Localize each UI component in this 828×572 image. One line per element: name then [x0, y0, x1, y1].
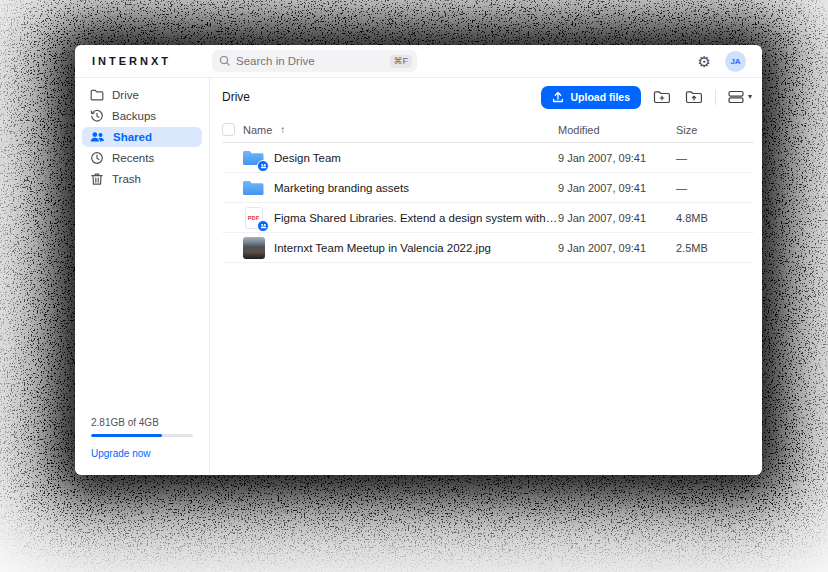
file-modified-date: 9 Jan 2007, 09:41 — [558, 182, 676, 194]
shared-badge-icon — [257, 220, 269, 232]
clock-icon — [90, 151, 104, 165]
sidebar-item[interactable]: Shared — [82, 127, 202, 147]
search-shortcut-badge: ⌘F — [390, 55, 413, 68]
backup-clock-icon — [90, 109, 104, 123]
file-row[interactable]: PDF — [222, 203, 754, 233]
file-modified-date: 9 Jan 2007, 09:41 — [558, 242, 676, 254]
sort-ascending-icon: ↑ — [280, 124, 285, 135]
sidebar: Drive — [75, 78, 210, 475]
name-column-label: Name — [243, 124, 272, 136]
window-body: Drive — [75, 78, 762, 475]
sidebar-item-label: Shared — [113, 131, 152, 143]
sidebar-item-label: Recents — [112, 152, 154, 164]
file-modified-date: 9 Jan 2007, 09:41 — [558, 212, 676, 224]
settings-gear-icon[interactable]: ⚙ — [698, 54, 711, 69]
folder-plus-icon — [653, 89, 671, 105]
file-size: — — [676, 182, 754, 194]
new-folder-button[interactable] — [651, 87, 673, 107]
file-name-cell: PDF — [222, 207, 558, 229]
view-mode-toggle[interactable]: ▾ — [726, 88, 754, 106]
sidebar-item-label: Drive — [112, 89, 139, 101]
file-name-label: Design Team — [274, 152, 341, 164]
main-content: Drive Upload files — [210, 78, 762, 475]
file-row[interactable]: PDF — [222, 233, 754, 263]
page: INTERNXT ⌘F ⚙ JA — [0, 0, 828, 572]
file-name-cell: PDF — [222, 177, 558, 199]
file-icon-wrap: PDF — [242, 207, 265, 229]
upgrade-now-link[interactable]: Upgrade now — [91, 448, 150, 459]
storage-usage-text: 2.81GB of 4GB — [91, 417, 193, 428]
file-modified-date: 9 Jan 2007, 09:41 — [558, 152, 676, 164]
file-size: 2.5MB — [676, 242, 754, 254]
search-input[interactable] — [236, 55, 385, 67]
internxt-logo: INTERNXT — [75, 55, 210, 67]
column-header-name[interactable]: Name ↑ — [222, 123, 558, 136]
select-all-checkbox[interactable] — [222, 123, 235, 136]
sidebar-item[interactable]: Trash — [82, 169, 202, 189]
toolbar-divider — [715, 90, 716, 105]
file-size: 4.8MB — [676, 212, 754, 224]
upload-icon — [552, 91, 564, 103]
file-name-label: Figma Shared Libraries. Extend a design … — [274, 212, 558, 224]
sidebar-item-label: Trash — [112, 173, 141, 185]
shared-people-glyph — [260, 223, 267, 229]
topbar: INTERNXT ⌘F ⚙ JA — [75, 45, 762, 78]
chevron-down-icon: ▾ — [748, 93, 752, 101]
toolbar-actions: Upload files — [541, 86, 754, 109]
file-icon-wrap: PDF — [242, 177, 265, 199]
shared-badge-icon — [257, 160, 269, 172]
sidebar-item-label: Backups — [112, 110, 156, 122]
trash-icon — [90, 172, 104, 186]
search-bar[interactable]: ⌘F — [212, 50, 417, 72]
image-thumbnail — [243, 237, 265, 259]
sidebar-item[interactable]: Drive — [82, 85, 202, 105]
file-name-label: Internxt Team Meetup in Valencia 2022.jp… — [274, 242, 491, 254]
breadcrumb[interactable]: Drive — [222, 90, 250, 104]
storage-progress-bar — [91, 434, 193, 437]
file-row[interactable]: PDF — [222, 143, 754, 173]
folder-upload-icon — [685, 89, 703, 105]
toolbar: Drive Upload files — [222, 78, 754, 114]
file-row[interactable]: PDF — [222, 173, 754, 203]
topbar-actions: ⚙ JA — [698, 51, 762, 72]
storage-widget: 2.81GB of 4GB Upgrade now — [82, 417, 202, 461]
folder-blue-icon — [242, 179, 265, 197]
file-icon-wrap: PDF — [242, 237, 265, 259]
upload-files-label: Upload files — [570, 91, 630, 103]
shared-people-glyph — [260, 163, 267, 169]
table-header: Name ↑ Modified Size — [222, 117, 754, 143]
upload-files-button[interactable]: Upload files — [541, 86, 641, 109]
file-name-cell: PDF — [222, 237, 558, 259]
file-size: — — [676, 152, 754, 164]
app-window: INTERNXT ⌘F ⚙ JA — [75, 45, 762, 475]
people-icon — [90, 131, 105, 143]
file-name-label: Marketing branding assets — [274, 182, 409, 194]
search-icon — [219, 55, 231, 67]
user-avatar[interactable]: JA — [725, 51, 746, 72]
storage-progress-fill — [91, 434, 162, 437]
column-header-modified[interactable]: Modified — [558, 124, 676, 136]
file-icon-wrap: PDF — [242, 147, 265, 169]
file-name-cell: PDF — [222, 147, 558, 169]
pdf-label: PDF — [248, 215, 260, 221]
column-header-size[interactable]: Size — [676, 124, 754, 136]
sidebar-item[interactable]: Recents — [82, 148, 202, 168]
file-table: Name ↑ Modified Size — [222, 117, 754, 263]
list-view-icon — [728, 90, 744, 104]
folder-icon — [90, 88, 104, 102]
upload-folder-button[interactable] — [683, 87, 705, 107]
sidebar-item[interactable]: Backups — [82, 106, 202, 126]
